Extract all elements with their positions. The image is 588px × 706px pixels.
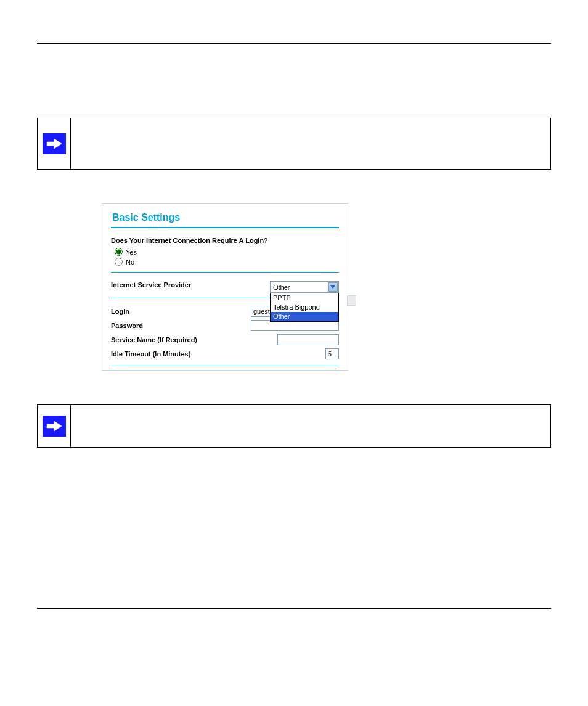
dropdown-option-pptp[interactable]: PPTP [271,293,338,303]
idle-timeout-row: Idle Timeout (In Minutes) [111,350,190,358]
basic-settings-panel: Basic Settings Does Your Internet Connec… [102,203,348,371]
service-name-input[interactable] [277,334,339,345]
idle-timeout-input[interactable] [325,348,339,359]
note-icon-cell-2 [38,405,71,447]
panel-divider [111,227,339,228]
bottom-rule [37,608,551,609]
radio-yes[interactable] [115,248,123,256]
dropdown-option-other[interactable]: Other [271,312,338,321]
section-divider-1 [111,272,339,273]
isp-label: Internet Service Provider [111,281,191,289]
login-label: Login [111,308,129,315]
service-name-row: Service Name (If Required) [111,336,197,343]
section-divider-3 [111,366,339,366]
note-box-2 [37,404,551,448]
radio-yes-label: Yes [126,248,137,256]
note-box-1 [37,118,551,170]
chevron-down-icon[interactable] [328,282,338,292]
arrow-right-icon [43,416,66,437]
radio-no-label: No [126,258,134,266]
top-rule [37,43,551,44]
note-icon-cell [38,118,71,169]
password-label: Password [111,322,143,329]
isp-select[interactable]: Other [270,281,339,293]
isp-select-value: Other [273,284,290,291]
dropdown-option-telstra[interactable]: Telstra Bigpond [271,303,338,312]
panel-title: Basic Settings [112,212,339,223]
service-name-hint: (If Required) [157,336,197,343]
radio-no[interactable] [115,258,123,266]
scrollbar-thumb[interactable] [347,295,356,306]
isp-dropdown-list: PPTP Telstra Bigpond Other [270,293,339,322]
note-content-1 [71,118,550,169]
arrow-right-icon [43,133,66,154]
idle-timeout-hint: (In Minutes) [153,350,191,358]
login-question: Does Your Internet Connection Require A … [111,237,339,244]
service-name-label: Service Name [111,336,155,343]
idle-timeout-label: Idle Timeout [111,350,151,358]
note-content-2 [71,405,550,447]
